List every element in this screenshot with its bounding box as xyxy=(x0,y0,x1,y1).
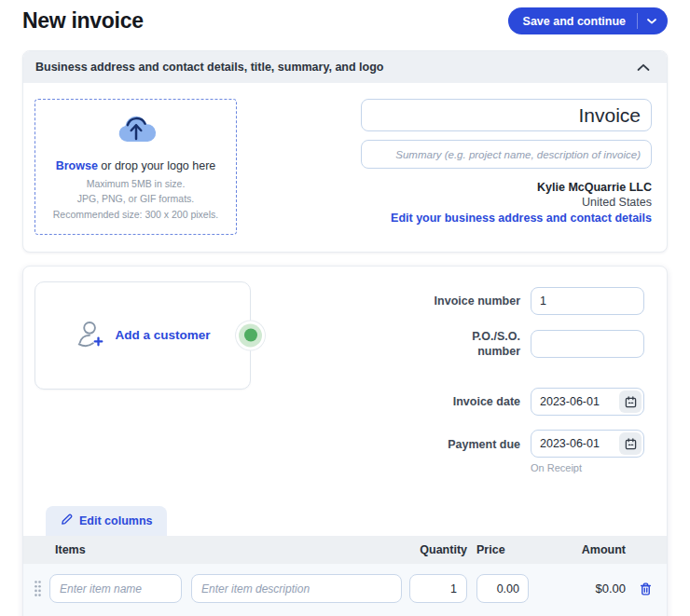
dropzone-hints: Maximum 5MB in size. JPG, PNG, or GIF fo… xyxy=(43,176,228,222)
items-table-header: Items Quantity Price Amount xyxy=(23,536,667,564)
browse-link[interactable]: Browse xyxy=(56,159,98,172)
drop-text: or drop your logo here xyxy=(98,159,215,172)
invoice-header-fields: Kylie McQuarrie LLC United States Edit y… xyxy=(361,99,652,235)
invoice-number-input[interactable] xyxy=(531,287,644,315)
invoice-number-label: Invoice number xyxy=(365,294,520,308)
hint-formats: JPG, PNG, or GIF formats. xyxy=(43,191,228,206)
drag-handle-icon[interactable] xyxy=(31,580,44,597)
invoice-date-row: Invoice date xyxy=(365,388,644,416)
edit-columns-tab[interactable]: Edit columns xyxy=(46,506,167,536)
edit-business-link[interactable]: Edit your business address and contact d… xyxy=(361,212,652,225)
column-header-items: Items xyxy=(55,543,409,556)
invoice-date-field xyxy=(531,388,644,416)
invoice-title-input[interactable] xyxy=(361,99,652,131)
business-details-card: Business address and contact details, ti… xyxy=(22,50,668,253)
invoice-date-calendar-button[interactable] xyxy=(619,390,642,413)
add-customer-label: Add a customer xyxy=(115,328,210,342)
business-country: United States xyxy=(361,196,652,209)
hint-dimensions: Recommended size: 300 x 200 pixels. xyxy=(43,207,228,222)
column-header-quantity: Quantity xyxy=(409,543,467,556)
save-and-continue-button[interactable]: Save and continue xyxy=(508,7,668,34)
po-so-number-input[interactable] xyxy=(531,330,644,358)
business-name: Kylie McQuarrie LLC xyxy=(361,181,652,194)
price-input[interactable] xyxy=(476,574,529,603)
accordion-title: Business address and contact details, ti… xyxy=(35,61,383,74)
caret-down-icon[interactable] xyxy=(647,19,656,24)
indicator-dot xyxy=(244,329,257,342)
item-name-input[interactable] xyxy=(49,574,182,603)
page-title: New invoice xyxy=(22,8,144,34)
topbar: New invoice Save and continue xyxy=(0,0,690,34)
invoice-summary-input[interactable] xyxy=(361,140,652,169)
po-so-number-label: P.O./S.O. number xyxy=(365,329,520,360)
button-divider xyxy=(637,13,638,29)
logo-dropzone[interactable]: Browse or drop your logo here Maximum 5M… xyxy=(34,99,237,235)
chevron-up-icon[interactable] xyxy=(637,59,650,75)
row-amount: $0.00 xyxy=(536,582,626,595)
payment-due-label: Payment due xyxy=(365,437,520,452)
payment-due-calendar-button[interactable] xyxy=(619,432,642,455)
hint-size: Maximum 5MB in size. xyxy=(43,176,228,191)
customer-step-indicator xyxy=(236,321,265,349)
accordion-body: Browse or drop your logo here Maximum 5M… xyxy=(23,83,667,252)
invoice-number-row: Invoice number xyxy=(365,287,644,315)
customer-and-details-row: Add a customer Invoice number P.O./S.O. … xyxy=(23,267,667,488)
payment-due-row: Payment due On Receipt xyxy=(365,430,644,473)
payment-due-note: On Receipt xyxy=(531,462,644,473)
column-header-amount: Amount xyxy=(536,543,626,556)
column-header-price: Price xyxy=(476,543,529,556)
trash-icon[interactable] xyxy=(633,582,657,596)
invoice-body-card: Add a customer Invoice number P.O./S.O. … xyxy=(22,266,668,616)
quantity-input[interactable] xyxy=(409,574,467,603)
edit-columns-label: Edit columns xyxy=(79,514,152,527)
dropzone-instruction: Browse or drop your logo here xyxy=(43,159,228,172)
item-description-input[interactable] xyxy=(191,574,402,603)
business-info: Kylie McQuarrie LLC United States Edit y… xyxy=(361,181,652,225)
person-plus-icon xyxy=(75,319,106,351)
payment-due-field: On Receipt xyxy=(531,430,644,473)
invoice-detail-fields: Invoice number P.O./S.O. number Invoice … xyxy=(365,281,644,488)
add-customer-button[interactable]: Add a customer xyxy=(34,281,251,390)
save-button-label: Save and continue xyxy=(523,15,626,28)
cloud-upload-icon xyxy=(115,133,158,149)
po-so-number-row: P.O./S.O. number xyxy=(365,329,644,360)
pencil-icon xyxy=(61,513,73,529)
item-row: $0.00 xyxy=(23,564,667,613)
invoice-date-label: Invoice date xyxy=(365,394,520,409)
accordion-header[interactable]: Business address and contact details, ti… xyxy=(23,51,667,83)
